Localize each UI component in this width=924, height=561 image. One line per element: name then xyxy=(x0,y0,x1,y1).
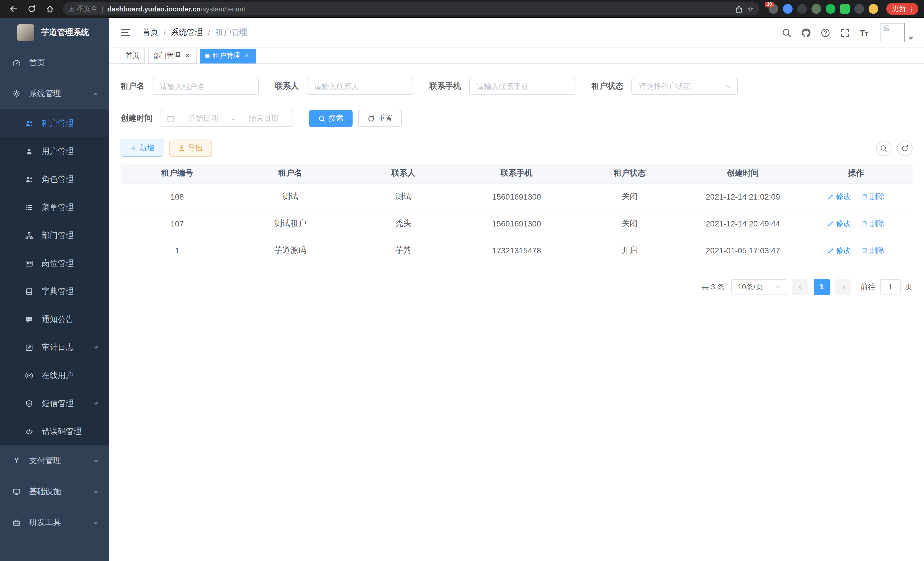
sidebar-item-label: 错误码管理 xyxy=(42,426,99,437)
font-size-icon[interactable]: TT xyxy=(858,26,870,39)
share-icon[interactable] xyxy=(735,5,743,13)
sidebar-item-notice[interactable]: 通知公告 xyxy=(0,305,109,333)
browser-reload-icon[interactable] xyxy=(24,2,39,16)
sidebar-item-post[interactable]: 岗位管理 xyxy=(0,249,109,277)
tab-home[interactable]: 首页 xyxy=(121,48,145,63)
sidebar-item-devtools[interactable]: 研发工具 xyxy=(0,507,109,538)
extension-icon[interactable] xyxy=(840,4,850,14)
prev-page-button[interactable] xyxy=(792,279,808,295)
not-secure-indicator[interactable]: ⚠ 不安全 xyxy=(69,4,98,14)
add-button[interactable]: 新增 xyxy=(121,140,164,157)
extension-badge: 10 xyxy=(765,2,774,8)
browser-home-icon[interactable] xyxy=(42,2,57,16)
sidebar-item-role[interactable]: 角色管理 xyxy=(0,165,109,193)
sidebar-item-error-code[interactable]: 错误码管理 xyxy=(0,417,109,445)
refresh-icon xyxy=(368,115,375,122)
search-button[interactable]: 搜索 xyxy=(309,110,352,127)
cell-contact: 秃头 xyxy=(347,210,460,237)
reset-button[interactable]: 重置 xyxy=(358,110,402,127)
current-page[interactable]: 1 xyxy=(814,279,830,295)
search-icon[interactable] xyxy=(780,26,793,39)
chevron-down-icon xyxy=(93,344,99,350)
extension-icon[interactable] xyxy=(797,4,807,14)
profile-avatar-icon[interactable] xyxy=(868,4,878,14)
edit-link[interactable]: 修改 xyxy=(827,218,851,229)
hamburger-icon[interactable] xyxy=(118,25,133,40)
fullscreen-icon[interactable] xyxy=(838,26,851,39)
cell-status: 关闭 xyxy=(573,210,686,237)
edit-link[interactable]: 修改 xyxy=(827,191,851,202)
filter-status: 租户状态 请选择租户状态 xyxy=(591,78,738,95)
sidebar-item-home[interactable]: 首页 xyxy=(0,47,109,78)
close-icon[interactable]: × xyxy=(243,52,251,60)
refresh-table-button[interactable] xyxy=(897,140,913,156)
toolbox-icon xyxy=(13,519,21,527)
update-label: 更新 xyxy=(892,4,906,14)
plus-icon xyxy=(130,145,136,152)
goto-page-input[interactable] xyxy=(880,279,901,295)
sidebar-item-online-user[interactable]: 在线用户 xyxy=(0,361,109,390)
sidebar: 芋道管理系统 首页 系统管理 xyxy=(0,18,109,561)
chrome-update-button[interactable]: 更新 ⋮ xyxy=(886,3,918,15)
sidebar-item-pay[interactable]: ¥ 支付管理 xyxy=(0,445,109,476)
cell-created: 2021-12-14 20:49:44 xyxy=(686,210,800,237)
tab-dept[interactable]: 部门管理 × xyxy=(148,48,196,63)
close-icon[interactable]: × xyxy=(183,52,191,60)
sidebar-item-menu[interactable]: 菜单管理 xyxy=(0,193,109,221)
bookmark-star-icon[interactable]: ☆ xyxy=(747,5,754,13)
chevron-down-icon xyxy=(93,489,99,495)
table-row: 107 测试租户 秃头 15601691300 关闭 2021-12-14 20… xyxy=(121,210,913,237)
sidebar-item-infra[interactable]: 基础设施 xyxy=(0,476,109,507)
delete-link[interactable]: 删除 xyxy=(861,218,885,229)
col-actions: 操作 xyxy=(800,164,913,183)
monitor-icon xyxy=(13,488,21,496)
extension-icon[interactable]: 10 xyxy=(769,4,778,14)
contact-input[interactable] xyxy=(307,78,413,95)
sidebar-item-label: 支付管理 xyxy=(29,456,84,466)
github-icon[interactable] xyxy=(800,26,812,39)
browser-chrome: ⚠ 不安全 dashboard.yudao.iocoder.cn/system/… xyxy=(0,0,924,18)
sidebar-item-system[interactable]: 系统管理 xyxy=(0,78,109,109)
phone-input[interactable] xyxy=(469,78,575,95)
chrome-menu-icon[interactable]: ⋮ xyxy=(908,5,915,13)
chevron-down-icon xyxy=(93,458,99,464)
help-icon[interactable] xyxy=(819,26,831,39)
extension-icon[interactable] xyxy=(783,4,793,14)
puzzle-extensions-icon[interactable] xyxy=(854,4,864,14)
url-domain: dashboard.yudao.iocoder.cn xyxy=(107,5,201,13)
cell-actions: 修改 删除 xyxy=(800,237,913,264)
export-button-label: 导出 xyxy=(188,143,203,153)
url-path: /system/tenant xyxy=(201,5,245,13)
sidebar-item-audit-log[interactable]: 审计日志 xyxy=(0,333,109,361)
delete-link[interactable]: 删除 xyxy=(861,245,885,255)
page-jumper: 前往 页 xyxy=(861,279,913,295)
tab-tenant[interactable]: 租户管理 × xyxy=(200,48,256,63)
extension-icon[interactable] xyxy=(826,4,836,14)
tenant-name-input[interactable] xyxy=(153,78,259,95)
avatar[interactable] xyxy=(880,23,904,42)
edit-link[interactable]: 修改 xyxy=(827,245,851,255)
sidebar-item-tenant[interactable]: 租户管理 xyxy=(0,109,109,137)
cell-tenant-id: 1 xyxy=(121,237,234,264)
show-search-button[interactable] xyxy=(876,140,891,156)
sidebar-item-user[interactable]: 用户管理 xyxy=(0,137,109,165)
user-menu[interactable] xyxy=(880,23,914,42)
delete-link[interactable]: 删除 xyxy=(861,191,885,202)
extension-icon[interactable] xyxy=(812,4,821,14)
sidebar-item-sms[interactable]: 短信管理 xyxy=(0,390,109,417)
sidebar-item-dept[interactable]: 部门管理 xyxy=(0,221,109,249)
address-bar[interactable]: ⚠ 不安全 dashboard.yudao.iocoder.cn/system/… xyxy=(63,2,759,15)
next-page-button[interactable] xyxy=(836,279,851,295)
page-size-select[interactable]: 10条/页 xyxy=(731,279,786,295)
breadcrumb-system[interactable]: 系统管理 xyxy=(171,27,203,38)
user-icon xyxy=(25,147,33,155)
sidebar-item-dict[interactable]: 字典管理 xyxy=(0,277,109,305)
cell-phone: 15601691300 xyxy=(460,210,573,237)
logo[interactable]: 芋道管理系统 xyxy=(0,18,109,47)
status-select[interactable]: 请选择租户状态 xyxy=(632,78,738,95)
export-button[interactable]: 导出 xyxy=(169,140,212,157)
breadcrumb-home[interactable]: 首页 xyxy=(142,27,158,38)
end-date-placeholder: 结束日期 xyxy=(240,113,287,123)
date-range-picker[interactable]: 开始日期 - 结束日期 xyxy=(160,110,293,127)
browser-back-icon[interactable] xyxy=(6,2,21,16)
